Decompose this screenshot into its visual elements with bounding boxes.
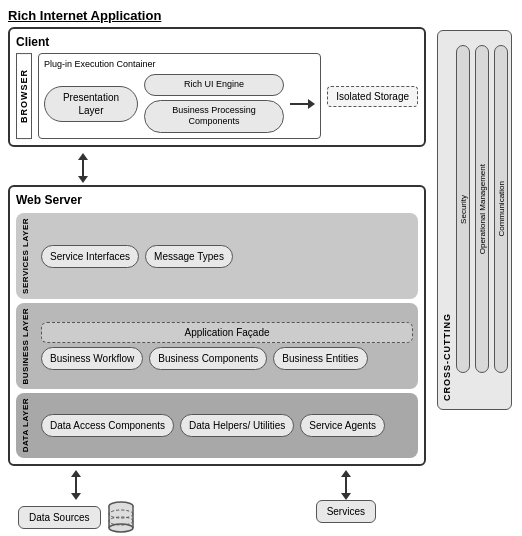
business-layer-label: BUSINESS LAYER <box>21 308 37 385</box>
business-layer-content: Application Façade Business Workflow Bus… <box>41 322 413 370</box>
operational-bar: Operational Management <box>475 45 489 373</box>
data-layer-row: Data Access Components Data Helpers/ Uti… <box>41 414 413 437</box>
services-arrow <box>341 470 351 500</box>
main-title: Rich Internet Application <box>8 8 426 23</box>
client-label: Client <box>16 35 418 49</box>
plugin-container: Plug-in Execution Container Presentation… <box>38 53 321 139</box>
client-box: Client BROWSER Plug-in Execution Contain… <box>8 27 426 147</box>
datasources-arrow <box>71 470 81 500</box>
crosscutting-label: CROSS-CUTTING <box>442 313 452 401</box>
message-types: Message Types <box>145 245 233 268</box>
business-components: Business Components <box>149 347 267 370</box>
communication-label: Communication <box>497 181 506 237</box>
svg-point-4 <box>109 524 133 532</box>
application-facade: Application Façade <box>41 322 413 343</box>
crosscutting-section: Security Operational Management Communic… <box>434 8 514 528</box>
data-sources-label: Data Sources <box>18 506 101 529</box>
business-layer-row: Business Workflow Business Components Bu… <box>41 347 413 370</box>
arrow-right <box>290 99 315 109</box>
datasources-column: Data Sources <box>18 470 135 536</box>
security-bar: Security <box>456 45 470 373</box>
service-interfaces: Service Interfaces <box>41 245 139 268</box>
data-helpers: Data Helpers/ Utilities <box>180 414 294 437</box>
service-agents: Service Agents <box>300 414 385 437</box>
services-layer-label: SERVICES LAYER <box>21 218 37 294</box>
data-layer-content: Data Access Components Data Helpers/ Uti… <box>41 414 413 437</box>
data-layer-label: DATA LAYER <box>21 398 37 452</box>
services-column: Services <box>316 470 376 536</box>
operational-label: Operational Management <box>478 164 487 254</box>
data-layer: DATA LAYER Data Access Components Data H… <box>16 393 418 457</box>
communication-bar: Communication <box>494 45 508 373</box>
security-label: Security <box>459 195 468 224</box>
database-icon <box>107 500 135 536</box>
webserver-box: Web Server SERVICES LAYER Service Interf… <box>8 185 426 466</box>
business-workflow: Business Workflow <box>41 347 143 370</box>
services-layer: SERVICES LAYER Service Interfaces Messag… <box>16 213 418 299</box>
presentation-layer: Presentation Layer <box>44 86 138 122</box>
services-layer-content: Service Interfaces Message Types <box>41 245 413 268</box>
rich-ui-engine: Rich UI Engine <box>144 74 284 96</box>
bottom-section: Data Sources <box>8 470 426 536</box>
business-processing: Business Processing Components <box>144 100 284 133</box>
business-layer: BUSINESS LAYER Application Façade Busine… <box>16 303 418 390</box>
plugin-label: Plug-in Execution Container <box>44 59 315 69</box>
services-layer-row: Service Interfaces Message Types <box>41 245 413 268</box>
crosscutting-box: Security Operational Management Communic… <box>437 30 512 410</box>
browser-label: BROWSER <box>16 53 32 139</box>
business-entities: Business Entities <box>273 347 367 370</box>
data-access: Data Access Components <box>41 414 174 437</box>
client-webserver-arrow <box>8 153 426 183</box>
webserver-label: Web Server <box>16 193 418 207</box>
left-section: Rich Internet Application Client BROWSER… <box>8 8 426 528</box>
isolated-storage: Isolated Storage <box>327 86 418 107</box>
main-container: Rich Internet Application Client BROWSER… <box>0 0 522 536</box>
services-label: Services <box>316 500 376 523</box>
